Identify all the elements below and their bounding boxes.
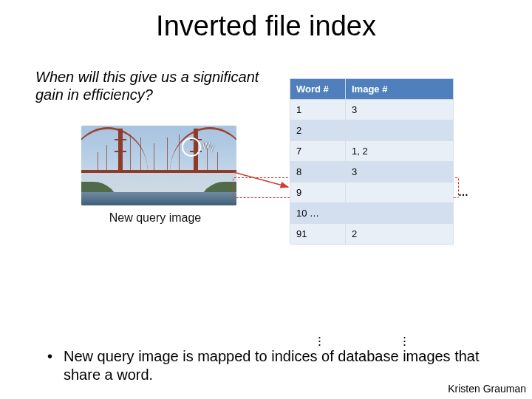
inverted-index-table: Word # Image # 13 2 71, 2 83 9 10 … 912 xyxy=(290,78,454,245)
slide: Inverted file index When will this give … xyxy=(0,0,532,399)
efficiency-question: When will this give us a significant gai… xyxy=(35,68,272,103)
bullet-icon: • xyxy=(47,347,64,384)
vdots-icon: ... xyxy=(403,332,406,344)
table-row: 912 xyxy=(290,224,454,245)
table-row: 13 xyxy=(290,100,454,120)
ellipsis-right: … xyxy=(458,186,470,198)
table-row: 2 xyxy=(290,120,454,141)
query-image-block: w7 New query image xyxy=(81,126,229,225)
bridge-image: w7 xyxy=(81,126,236,205)
col-image: Image # xyxy=(346,79,454,100)
slide-title: Inverted file index xyxy=(0,10,532,42)
col-word: Word # xyxy=(290,79,346,100)
vdots-icon: ... xyxy=(318,332,321,344)
feature-circle xyxy=(182,137,201,157)
table-row: 83 xyxy=(290,162,454,183)
feature-label: w7 xyxy=(202,139,214,153)
table-row: 9 xyxy=(290,183,454,203)
table-row: 71, 2 xyxy=(290,141,454,162)
author-credit: Kristen Grauman xyxy=(448,383,526,395)
bullet-text: New query image is mapped to indices of … xyxy=(64,347,491,384)
table-row: 10 … xyxy=(290,203,454,224)
summary-bullet: • New query image is mapped to indices o… xyxy=(47,347,491,384)
query-caption: New query image xyxy=(81,211,229,225)
